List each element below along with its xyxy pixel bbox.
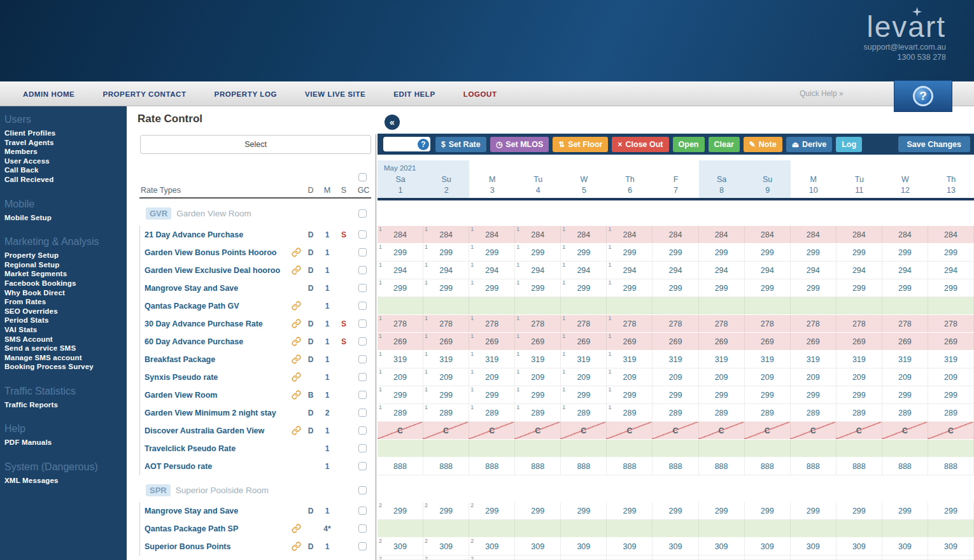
sidebar-item-seo-overrides[interactable]: SEO Overrides [4,307,127,316]
rate-cell[interactable]: 299 [653,244,698,261]
sidebar-item-call-back[interactable]: Call Back [4,165,127,175]
rate-cell[interactable]: C [653,422,698,439]
rate-cell[interactable]: 269 [836,333,882,350]
save-changes-button[interactable]: Save Changes [898,136,970,152]
rate-cell[interactable]: 319 [653,351,698,368]
rate-cell[interactable]: 209 [699,368,745,386]
rate-cell[interactable]: 319 [882,351,928,368]
rate-cell[interactable]: 2991 [561,244,607,261]
rate-cell[interactable]: 299 [699,502,745,519]
quick-help-link[interactable]: Quick Help » [800,89,843,98]
rate-cell[interactable]: 299 [791,279,836,297]
calendar-day-9[interactable]: Su9 [745,160,791,198]
rate-cell[interactable]: 2841 [378,226,423,243]
rate-cell[interactable]: C [699,422,745,439]
rate-cell[interactable]: 309 [607,538,653,555]
rate-cell[interactable]: 309 [928,538,974,555]
row-checkbox[interactable] [358,266,367,274]
rate-cell[interactable]: 269 [699,333,745,350]
rate-cell[interactable]: 294 [791,262,836,279]
rate-cell[interactable]: 299 [515,502,561,519]
rate-cell[interactable] [607,297,653,314]
rate-cell[interactable]: 2841 [515,226,561,243]
rate-cell[interactable]: 2991 [561,279,607,297]
rate-cell[interactable]: 3191 [423,351,469,368]
rate-cell[interactable]: 299 [791,244,836,261]
rate-cell[interactable]: 2992 [469,502,515,519]
rate-cell[interactable] [791,440,836,457]
rate-cell[interactable]: 2991 [378,279,423,297]
rate-cell[interactable]: 2941 [469,262,515,279]
rate-cell[interactable]: 2991 [423,244,469,261]
rate-cell[interactable]: 289 [882,404,928,421]
rate-cell[interactable]: 289 [791,404,836,421]
rate-cell[interactable]: 2091 [607,368,653,386]
rate-cell[interactable]: 309 [653,538,698,555]
rate-cell[interactable]: 309 [882,538,928,555]
sidebar-item-members[interactable]: Members [4,147,127,157]
rate-cell[interactable]: 2691 [469,333,515,350]
rate-cell[interactable] [423,520,469,537]
rate-cell[interactable]: 2991 [378,386,423,403]
rate-cell[interactable] [378,520,423,537]
rate-cell[interactable]: 3092 [423,538,469,555]
rate-name[interactable]: Travelclick Pseudo Rate [145,440,236,458]
rate-cell[interactable]: 299 [699,244,745,261]
rate-cell[interactable] [882,440,928,457]
sidebar-item-sms-account[interactable]: SMS Account [4,335,127,344]
sidebar-item-pdf-manuals[interactable]: PDF Manuals [4,438,127,447]
rate-cell[interactable]: 2781 [607,315,653,332]
sidebar-item-traffic-reports[interactable]: Traffic Reports [4,400,127,410]
nav-item-property-log[interactable]: PROPERTY LOG [215,90,277,98]
rate-cell[interactable]: 299 [653,386,698,403]
group-checkbox[interactable] [358,209,367,218]
rate-cell[interactable] [745,440,791,457]
rate-cell[interactable]: 299 [928,386,974,403]
rate-cell[interactable]: 2091 [378,368,423,386]
rate-cell[interactable]: 284 [882,226,928,243]
rate-cell[interactable] [653,297,698,314]
rate-cell[interactable]: 299 [836,279,882,297]
rate-cell[interactable]: 209 [791,368,836,386]
rate-cell[interactable]: 2992 [378,502,423,519]
rate-cell[interactable]: C [882,422,928,439]
rate-name[interactable]: Garden View Room [145,386,217,404]
set-floor-button[interactable]: ⇅Set Floor [553,137,608,152]
rate-name[interactable]: Mangrove Stay and Save [145,502,238,520]
rate-cell[interactable] [561,556,607,559]
rate-cell[interactable]: 3092 [469,538,515,555]
rate-cell[interactable]: 309 [836,538,882,555]
rate-cell[interactable]: 299 [561,502,607,519]
rate-cell[interactable]: 2991 [607,244,653,261]
open-button[interactable]: Open [673,137,705,152]
rate-cell[interactable] [699,520,745,537]
rate-name[interactable]: 21 Day Advance Purchase [145,226,243,244]
rate-cell[interactable]: 299 [607,502,653,519]
rate-cell[interactable]: 278 [699,315,745,332]
rate-cell[interactable] [791,297,836,314]
rate-cell[interactable]: 888 [928,458,974,475]
rate-cell[interactable]: 294 [745,262,791,279]
row-checkbox[interactable] [358,248,367,256]
rate-cell[interactable] [928,297,974,314]
select-all-checkbox[interactable] [358,173,367,181]
rate-cell[interactable]: 278 [653,315,698,332]
row-checkbox[interactable] [358,337,367,346]
rate-cell[interactable]: 2 [423,556,469,559]
rate-cell[interactable]: 278 [882,315,928,332]
rate-cell[interactable]: 2891 [469,404,515,421]
sidebar-item-send-a-service-sms[interactable]: Send a service SMS [4,344,127,353]
rate-cell[interactable]: 299 [928,279,974,297]
rate-cell[interactable]: 299 [653,279,698,297]
rate-cell[interactable]: 2691 [423,333,469,350]
nav-item-edit-help[interactable]: EDIT HELP [393,90,435,98]
rate-cell[interactable]: 2991 [423,279,469,297]
rate-cell[interactable]: 888 [791,458,836,475]
rate-name[interactable]: Garden View Bonus Points Hooroo [145,244,276,262]
calendar-day-11[interactable]: Tu11 [836,160,882,198]
rate-cell[interactable] [928,520,974,537]
rate-name[interactable]: Mangrove Stay and Save [145,279,238,297]
rate-cell[interactable]: 289 [836,404,882,421]
row-checkbox[interactable] [358,355,367,363]
rate-cell[interactable]: 209 [653,368,698,386]
